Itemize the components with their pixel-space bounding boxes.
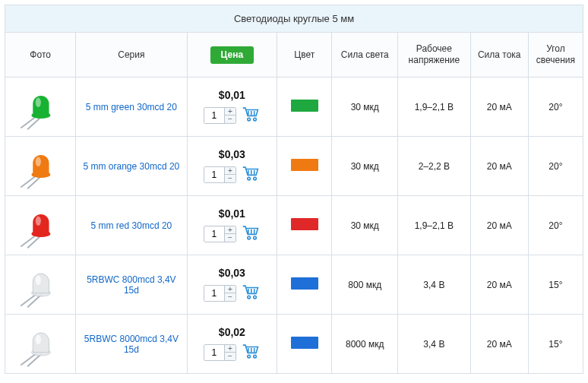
svg-point-17 <box>254 177 257 180</box>
series-link[interactable]: 5 mm red 30mcd 20 <box>91 220 172 231</box>
price-cell: $0,03 + − <box>187 137 277 196</box>
col-luminous: Сила света <box>332 33 398 78</box>
led-table: Светодиоды круглые 5 мм Фото Серия Цена … <box>5 5 583 374</box>
table-row: 5 mm green 30mcd 20 $0,01 + − 30 мкд1,9–… <box>5 78 583 137</box>
table-row: 5RBWC 8000mcd 3,4V 15d $0,02 + − 8000 мк… <box>5 315 583 374</box>
luminous-cell: 800 мкд <box>332 255 398 315</box>
price-value: $0,01 <box>219 207 245 220</box>
color-swatch <box>291 218 318 230</box>
svg-point-12 <box>36 157 41 166</box>
svg-point-34 <box>248 296 251 299</box>
series-cell: 5RBWC 8000mcd 3,4V 15d <box>76 315 187 374</box>
color-swatch <box>291 277 318 290</box>
table-title: Светодиоды круглые 5 мм <box>5 5 583 33</box>
svg-point-26 <box>254 236 257 239</box>
voltage-cell: 2–2,2 В <box>398 137 470 196</box>
angle-cell: 20° <box>528 137 583 196</box>
cart-icon[interactable] <box>241 283 261 302</box>
svg-point-25 <box>248 236 251 239</box>
led-photo <box>5 196 76 255</box>
color-swatch <box>291 100 318 112</box>
luminous-cell: 8000 мкд <box>332 315 398 374</box>
svg-point-8 <box>254 118 257 121</box>
led-photo <box>5 78 76 137</box>
col-voltage: Рабочее напряжение <box>398 33 470 78</box>
qty-input[interactable] <box>204 226 224 242</box>
cart-icon[interactable] <box>241 165 261 184</box>
qty-input[interactable] <box>204 108 224 123</box>
voltage-cell: 1,9–2,1 В <box>398 196 470 255</box>
color-swatch <box>291 337 318 349</box>
price-cell: $0,03 + − <box>187 255 277 315</box>
col-color: Цвет <box>277 33 332 78</box>
current-cell: 20 мА <box>470 137 528 196</box>
series-cell: 5 mm orange 30mcd 20 <box>76 137 187 196</box>
qty-stepper[interactable]: + − <box>204 107 236 124</box>
led-photo <box>5 137 76 196</box>
series-link[interactable]: 5RBWC 8000mcd 3,4V 15d <box>84 334 179 355</box>
qty-stepper[interactable]: + − <box>204 166 236 183</box>
qty-stepper[interactable]: + − <box>204 344 236 361</box>
color-cell <box>277 78 332 137</box>
price-value: $0,02 <box>219 326 245 338</box>
table-row: 5 mm red 30mcd 20 $0,01 + − 30 мкд1,9–2,… <box>5 196 583 255</box>
current-cell: 20 мА <box>470 315 528 374</box>
qty-input[interactable] <box>204 286 224 301</box>
price-cell: $0,01 + − <box>187 196 277 255</box>
svg-point-44 <box>254 355 257 358</box>
luminous-cell: 30 мкд <box>332 78 398 137</box>
price-cell: $0,01 + − <box>187 78 277 137</box>
table-row: 5 mm orange 30mcd 20 $0,03 + − 30 мкд2–2… <box>5 137 583 196</box>
cart-icon[interactable] <box>241 106 261 125</box>
svg-line-18 <box>21 234 36 246</box>
voltage-cell: 3,4 В <box>398 255 470 315</box>
angle-cell: 20° <box>528 196 583 255</box>
col-angle: Угол свечения <box>528 33 583 78</box>
svg-point-39 <box>36 334 41 343</box>
price-value: $0,01 <box>219 89 245 101</box>
cart-icon[interactable] <box>241 343 261 362</box>
table-title-row: Светодиоды круглые 5 мм <box>5 5 583 33</box>
qty-input[interactable] <box>204 345 224 360</box>
angle-cell: 15° <box>528 255 583 315</box>
table-header-row: Фото Серия Цена Цвет Сила света Рабочее … <box>5 33 583 78</box>
voltage-cell: 3,4 В <box>398 315 470 374</box>
color-cell <box>277 315 332 374</box>
qty-minus[interactable]: − <box>225 175 236 182</box>
led-photo <box>5 255 76 315</box>
voltage-cell: 1,9–2,1 В <box>398 78 470 137</box>
qty-minus[interactable]: − <box>225 353 236 360</box>
qty-minus[interactable]: − <box>225 116 236 123</box>
series-link[interactable]: 5 mm orange 30mcd 20 <box>84 161 180 172</box>
price-value: $0,03 <box>219 148 245 160</box>
table-row: 5RBWC 800mcd 3,4V 15d $0,03 + − 800 мкд3… <box>5 255 583 315</box>
svg-point-35 <box>254 296 257 299</box>
svg-line-9 <box>21 175 36 187</box>
series-cell: 5 mm red 30mcd 20 <box>76 196 187 255</box>
current-cell: 20 мА <box>470 255 528 315</box>
luminous-cell: 30 мкд <box>332 137 398 196</box>
qty-input[interactable] <box>204 167 224 182</box>
col-photo: Фото <box>5 33 76 78</box>
cart-icon[interactable] <box>241 224 261 243</box>
svg-point-43 <box>248 355 251 358</box>
angle-cell: 15° <box>528 315 583 374</box>
price-cell: $0,02 + − <box>187 315 277 374</box>
svg-point-21 <box>36 216 41 225</box>
col-series: Серия <box>76 33 187 78</box>
price-header-badge[interactable]: Цена <box>210 46 254 64</box>
qty-minus[interactable]: − <box>225 293 236 301</box>
qty-stepper[interactable]: + − <box>204 226 236 242</box>
series-link[interactable]: 5RBWC 800mcd 3,4V 15d <box>87 274 175 296</box>
qty-stepper[interactable]: + − <box>204 285 236 302</box>
series-cell: 5 mm green 30mcd 20 <box>76 78 187 137</box>
color-swatch <box>291 159 318 171</box>
series-link[interactable]: 5 mm green 30mcd 20 <box>86 102 177 112</box>
price-value: $0,03 <box>219 267 245 279</box>
series-cell: 5RBWC 800mcd 3,4V 15d <box>76 255 187 315</box>
qty-minus[interactable]: − <box>225 234 236 242</box>
svg-point-3 <box>36 97 41 106</box>
col-current: Сила тока <box>470 33 528 78</box>
svg-line-0 <box>21 116 36 128</box>
svg-point-16 <box>248 177 251 180</box>
